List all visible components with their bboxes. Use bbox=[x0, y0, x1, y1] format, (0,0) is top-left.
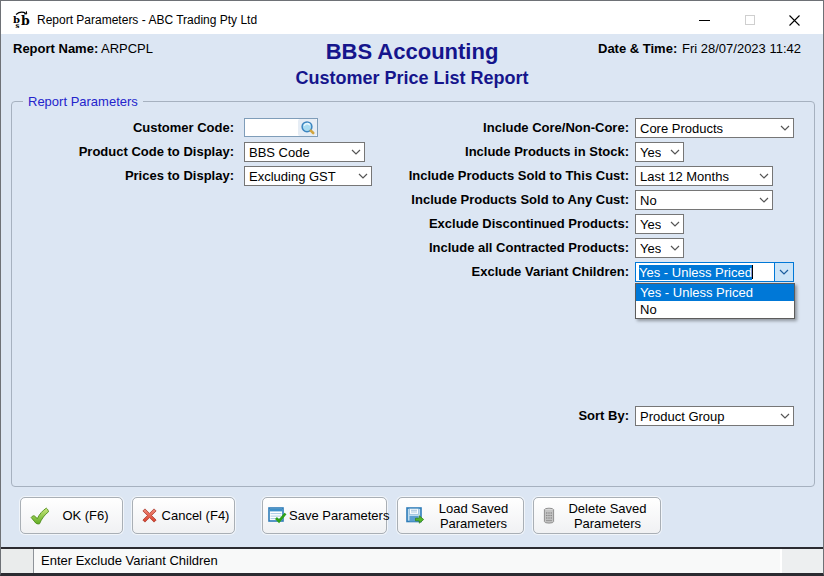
sort-by-combobox[interactable]: Product Group bbox=[635, 406, 794, 426]
button-label: Save Parameters bbox=[289, 508, 391, 523]
include-in-stock-combobox[interactable]: Yes bbox=[635, 142, 684, 162]
include-sold-any-cust-label: Include Products Sold to Any Cust: bbox=[281, 190, 629, 210]
combobox-value: Last 12 Months bbox=[640, 169, 729, 184]
load-parameters-icon bbox=[406, 507, 425, 525]
chevron-down-icon[interactable] bbox=[774, 263, 793, 281]
minimize-icon bbox=[699, 20, 710, 21]
customer-code-label: Customer Code: bbox=[13, 118, 234, 138]
datetime-value: Fri 28/07/2023 11:42 bbox=[682, 41, 801, 56]
chevron-down-icon bbox=[755, 173, 772, 179]
exclude-variant-children-label: Exclude Variant Children: bbox=[281, 262, 629, 282]
delete-saved-parameters-button[interactable]: Delete SavedParameters bbox=[533, 497, 661, 534]
chevron-down-icon bbox=[666, 221, 683, 227]
include-core-combobox[interactable]: Core Products bbox=[635, 118, 794, 138]
prices-display-label: Prices to Display: bbox=[13, 166, 234, 186]
cancel-button[interactable]: Cancel (F4) bbox=[132, 497, 235, 534]
chevron-down-icon bbox=[776, 125, 793, 131]
include-sold-any-cust-combobox[interactable]: No bbox=[635, 190, 773, 210]
sort-by-label: Sort By: bbox=[281, 406, 629, 426]
status-right-cell bbox=[782, 549, 823, 574]
include-sold-this-cust-combobox[interactable]: Last 12 Months bbox=[635, 166, 773, 186]
ok-check-icon bbox=[29, 506, 50, 526]
product-code-display-label: Product Code to Display: bbox=[13, 142, 234, 162]
status-left-cell bbox=[1, 549, 34, 574]
button-label: OK (F6) bbox=[53, 508, 122, 523]
combobox-value: Product Group bbox=[640, 409, 725, 424]
combobox-value: Yes bbox=[640, 241, 661, 256]
dropdown-option[interactable]: Yes - Unless Priced bbox=[636, 284, 794, 301]
title-bar: b s b Report Parameters - ABC Trading Pt… bbox=[1, 1, 823, 34]
bbs-logo-icon: b s b bbox=[12, 10, 30, 28]
button-label: Cancel (F4) bbox=[161, 508, 234, 523]
exclude-variant-children-dropdown: Yes - Unless Priced No bbox=[635, 283, 795, 319]
button-label: Delete SavedParameters bbox=[559, 501, 660, 531]
combobox-value: No bbox=[640, 193, 657, 208]
exclude-discontinued-label: Exclude Discontinued Products: bbox=[281, 214, 629, 234]
combobox-value: Yes - Unless Priced bbox=[639, 265, 752, 280]
svg-text:b: b bbox=[21, 13, 30, 28]
groupbox-title: Report Parameters bbox=[23, 94, 143, 109]
include-contracted-combobox[interactable]: Yes bbox=[635, 238, 684, 258]
status-bar: Enter Exclude Variant Children bbox=[1, 549, 823, 574]
include-in-stock-label: Include Products in Stock: bbox=[281, 142, 629, 162]
report-title: Customer Price List Report bbox=[1, 68, 823, 89]
include-sold-this-cust-label: Include Products Sold to This Cust: bbox=[281, 166, 629, 186]
chevron-down-icon bbox=[666, 149, 683, 155]
include-core-label: Include Core/Non-Core: bbox=[281, 118, 629, 138]
delete-parameters-icon bbox=[542, 507, 556, 525]
chevron-down-icon bbox=[776, 413, 793, 419]
chevron-down-icon bbox=[755, 197, 772, 203]
save-parameters-icon bbox=[268, 507, 287, 525]
button-label: Load SavedParameters bbox=[428, 501, 523, 531]
datetime-label: Date & Time: bbox=[598, 41, 677, 56]
dropdown-option[interactable]: No bbox=[636, 301, 794, 318]
combobox-value: Core Products bbox=[640, 121, 723, 136]
exclude-discontinued-combobox[interactable]: Yes bbox=[635, 214, 684, 234]
svg-text:s: s bbox=[16, 21, 20, 28]
ok-button[interactable]: OK (F6) bbox=[20, 497, 123, 534]
combobox-value: Yes bbox=[640, 145, 661, 160]
report-parameters-window: b s b Report Parameters - ABC Trading Pt… bbox=[0, 0, 824, 576]
load-saved-parameters-button[interactable]: Load SavedParameters bbox=[397, 497, 524, 534]
include-contracted-label: Include all Contracted Products: bbox=[281, 238, 629, 258]
maximize-icon bbox=[745, 15, 755, 25]
cancel-x-icon bbox=[141, 507, 158, 524]
status-message: Enter Exclude Variant Children bbox=[34, 549, 782, 574]
exclude-variant-children-combobox[interactable]: Yes - Unless Priced bbox=[635, 262, 794, 282]
save-parameters-button[interactable]: Save Parameters bbox=[262, 497, 387, 534]
chevron-down-icon bbox=[666, 245, 683, 251]
close-icon bbox=[789, 15, 800, 26]
combobox-value: Yes bbox=[640, 217, 661, 232]
text-cursor bbox=[752, 265, 753, 279]
